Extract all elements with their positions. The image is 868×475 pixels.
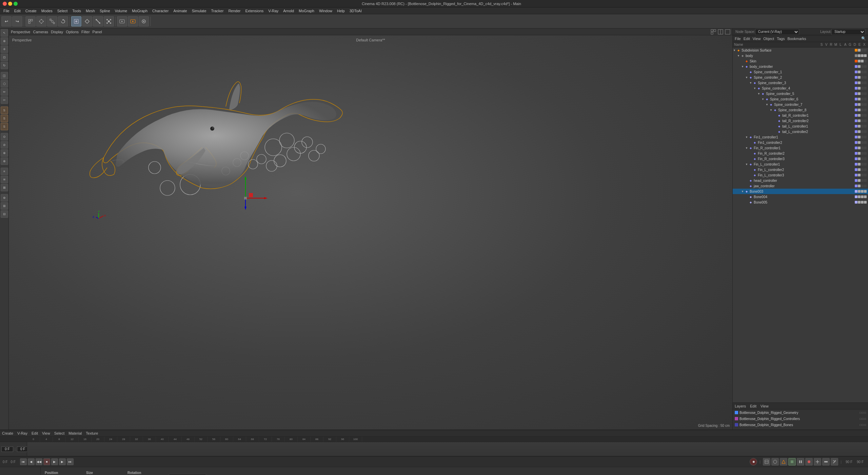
tree-dot-3[interactable] (864, 174, 867, 176)
tree-visibility-dots[interactable] (855, 174, 867, 176)
tree-dot-2[interactable] (861, 152, 864, 155)
tree-dot-1[interactable] (858, 147, 861, 149)
tree-dot-1[interactable] (858, 65, 861, 68)
tree-visibility-dots[interactable] (855, 163, 867, 166)
tree-dot-3[interactable] (864, 201, 867, 204)
tree-dot-1[interactable] (858, 163, 861, 166)
tree-expand-icon[interactable] (745, 179, 748, 182)
tool-c3[interactable]: ⊟ (1, 210, 8, 218)
tree-expand-icon[interactable]: ▼ (745, 163, 748, 166)
mode-view[interactable]: View (42, 431, 50, 435)
tool-s3[interactable]: S (1, 123, 8, 130)
tree-dot-2[interactable] (861, 179, 864, 182)
render-preview[interactable] (117, 16, 127, 26)
tree-dot-2[interactable] (861, 81, 864, 84)
tree-expand-icon[interactable] (745, 201, 748, 204)
tree-dot-3[interactable] (864, 92, 867, 95)
tree-dot-0[interactable] (855, 168, 857, 171)
tree-dot-3[interactable] (864, 114, 867, 117)
goto-start-button[interactable]: ⏮ (20, 458, 27, 465)
tree-dot-1[interactable] (858, 49, 861, 52)
tree-dot-2[interactable] (861, 141, 864, 144)
tree-dot-1[interactable] (858, 190, 861, 193)
layout-dropdown[interactable]: Startup (831, 29, 865, 35)
tree-visibility-dots[interactable] (855, 136, 867, 138)
tree-dot-2[interactable] (861, 114, 864, 117)
layer-icon-v[interactable]: □ (862, 411, 864, 414)
tree-dot-3[interactable] (864, 76, 867, 79)
tree-expand-icon[interactable] (741, 59, 744, 63)
tree-item[interactable]: ◆Fin_L_controller3 (733, 172, 868, 178)
tree-dot-3[interactable] (864, 71, 867, 73)
menu-select[interactable]: Select (55, 8, 70, 14)
tree-dot-2[interactable] (861, 157, 864, 160)
tree-dot-1[interactable] (858, 141, 861, 144)
tree-dot-3[interactable] (864, 54, 867, 57)
tree-item[interactable]: ◆jaw_controller (733, 183, 868, 189)
rotate-button[interactable] (58, 16, 68, 26)
menu-arnold[interactable]: Arnold (281, 8, 296, 14)
tree-dot-1[interactable] (858, 76, 861, 79)
tree-dot-0[interactable] (855, 136, 857, 138)
tree-dot-1[interactable] (858, 185, 861, 187)
layer-item[interactable]: Bottlenose_Dolphin_Rigged_Geometry□□□ (733, 410, 868, 416)
redo-button[interactable]: ↪ (12, 16, 22, 26)
tree-dot-1[interactable] (858, 92, 861, 95)
tree-dot-3[interactable] (864, 185, 867, 187)
tree-dot-1[interactable] (858, 87, 861, 90)
tree-item[interactable]: ▼◆Spine_controller_8 (733, 107, 868, 113)
layer-icon-r[interactable]: □ (864, 423, 866, 426)
menu-3dtoai[interactable]: 3DToAI (348, 8, 364, 14)
tc-btn-6[interactable] (805, 458, 813, 466)
menu-file[interactable]: File (1, 8, 12, 14)
step-back-button[interactable]: ◀ (28, 458, 35, 465)
tree-expand-icon[interactable]: ▼ (757, 92, 761, 95)
tree-dot-1[interactable] (858, 103, 861, 106)
tree-expand-icon[interactable]: ▼ (745, 146, 748, 150)
tree-expand-icon[interactable] (749, 141, 752, 144)
mode-vray[interactable]: V-Ray (17, 431, 27, 435)
node-space-dropdown[interactable]: Current (V-Ray) (755, 29, 799, 35)
live-select-button[interactable] (25, 16, 36, 26)
layer-icon-s[interactable]: □ (860, 411, 861, 414)
tree-dot-1[interactable] (858, 114, 861, 117)
tree-expand-icon[interactable] (745, 195, 748, 198)
tree-dot-3[interactable] (864, 152, 867, 155)
tree-dot-0[interactable] (855, 119, 857, 122)
tree-dot-1[interactable] (858, 195, 861, 198)
tree-expand-icon[interactable] (773, 119, 777, 122)
layer-icon-r[interactable]: □ (864, 417, 866, 420)
tree-dot-3[interactable] (864, 136, 867, 138)
tree-dot-2[interactable] (861, 168, 864, 171)
tree-expand-icon[interactable] (749, 173, 752, 177)
right-file-menu[interactable]: File (735, 37, 741, 41)
tree-dot-0[interactable] (855, 201, 857, 204)
minimize-button[interactable] (8, 2, 12, 6)
tree-dot-3[interactable] (864, 130, 867, 133)
tool-brush[interactable]: ✏ (1, 88, 8, 96)
tree-dot-0[interactable] (855, 109, 857, 111)
menu-extensions[interactable]: Extensions (243, 8, 265, 14)
tree-visibility-dots[interactable] (855, 157, 867, 160)
tree-dot-2[interactable] (861, 76, 864, 79)
tree-dot-2[interactable] (861, 125, 864, 128)
tree-dot-3[interactable] (864, 125, 867, 128)
tool-s1[interactable]: S (1, 107, 8, 114)
tree-dot-3[interactable] (864, 179, 867, 182)
tree-dot-0[interactable] (855, 152, 857, 155)
layer-icon-v[interactable]: □ (862, 423, 864, 426)
tree-item[interactable]: ▼◆Fin_R_controller1 (733, 145, 868, 151)
tree-dot-0[interactable] (855, 125, 857, 128)
tree-dot-2[interactable] (861, 98, 864, 100)
tree-dot-0[interactable] (855, 81, 857, 84)
tree-visibility-dots[interactable] (855, 92, 867, 95)
tree-visibility-dots[interactable] (855, 141, 867, 144)
play-back-button[interactable]: ◀◀ (36, 458, 42, 465)
tool-b1[interactable]: ≡ (1, 168, 8, 175)
tree-visibility-dots[interactable] (855, 195, 867, 198)
menu-mograph[interactable]: MoGraph (297, 8, 316, 14)
right-object-menu[interactable]: Object (763, 37, 774, 41)
tree-dot-0[interactable] (855, 71, 857, 73)
tree-visibility-dots[interactable] (855, 98, 867, 100)
tree-dot-0[interactable] (855, 60, 857, 62)
